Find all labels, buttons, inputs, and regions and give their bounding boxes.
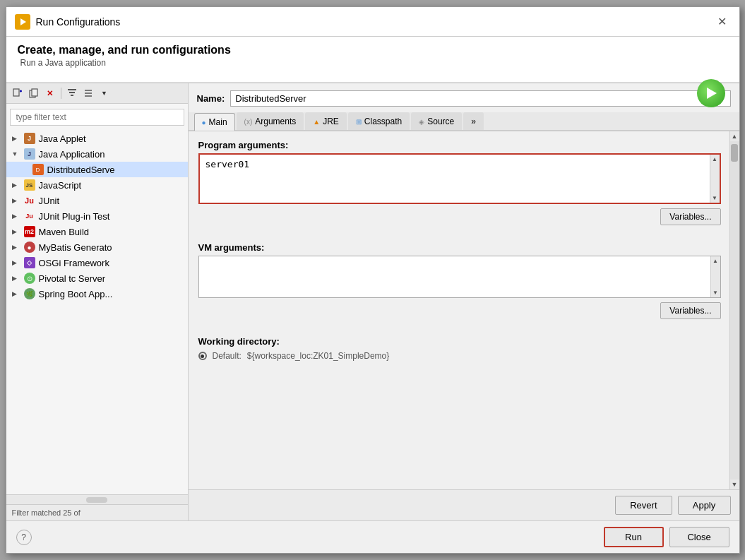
default-radio[interactable] [198, 352, 207, 360]
filter-count: Filter matched 25 of [12, 508, 81, 517]
vm-args-input[interactable] [199, 256, 720, 295]
footer-buttons: Run Close [604, 527, 729, 547]
tab-main-label: Main [209, 117, 227, 127]
expand-arrow: ▶ [12, 244, 20, 251]
program-args-input[interactable] [200, 155, 720, 201]
mybatis-icon: ● [24, 242, 35, 253]
tree-item-spring[interactable]: ▶ 🌿 Spring Boot App... [6, 286, 188, 302]
java-applet-icon: J [24, 133, 35, 144]
tree-item-osgi[interactable]: ▶ ◇ OSGi Framework [6, 255, 188, 270]
run-button[interactable]: Run [604, 527, 664, 547]
vscroll-up[interactable]: ▲ [730, 131, 739, 141]
main-tab-icon: ● [202, 119, 206, 126]
spring-icon: 🌿 [24, 288, 35, 299]
default-label: Default: [213, 351, 242, 361]
tab-jre-label: JRE [323, 117, 339, 126]
junit-icon: Ju [24, 195, 35, 206]
dialog-icon [15, 14, 30, 30]
tab-source[interactable]: ◈ Source [411, 112, 462, 130]
filter-button[interactable] [65, 86, 79, 100]
title-bar-left: Run Configurations [15, 14, 121, 30]
prog-scrollbar: ▲ ▼ [710, 155, 720, 203]
filter-wrapper [6, 104, 188, 131]
scroll-down-arrow: ▼ [712, 195, 717, 201]
tab-jre[interactable]: ▲ JRE [305, 112, 347, 130]
new-config-button[interactable] [11, 86, 25, 100]
tree-item-label: JavaScript [39, 180, 82, 191]
tab-more-label: » [471, 117, 476, 126]
program-args-label: Program arguments: [198, 140, 721, 150]
osgi-icon: ◇ [24, 257, 35, 268]
tab-classpath[interactable]: ⊞ Classpath [348, 112, 410, 130]
name-input[interactable] [230, 90, 730, 107]
sidebar-footer: Filter matched 25 of [6, 504, 188, 520]
vscroll-down[interactable]: ▼ [730, 479, 739, 489]
collapse-all-button[interactable] [81, 86, 95, 100]
header-subtitle: Run a Java application [20, 58, 728, 68]
svg-rect-7 [68, 89, 76, 90]
copy-config-button[interactable] [27, 86, 41, 100]
expand-arrow: ▶ [12, 213, 20, 220]
tab-more[interactable]: » [463, 112, 484, 130]
action-bar: Revert Apply [189, 489, 739, 520]
apply-button[interactable]: Apply [678, 496, 731, 515]
tab-arguments[interactable]: (x) Arguments [237, 112, 304, 130]
dialog-title: Run Configurations [36, 16, 121, 28]
tree-item-label: Spring Boot App... [39, 289, 113, 299]
tree-item-label: Pivotal tc Server [39, 273, 106, 284]
header-section: Create, manage, and run configurations R… [6, 37, 739, 83]
close-button[interactable]: ✕ [713, 15, 731, 29]
sidebar-toolbar: ✕ ▼ [6, 83, 188, 104]
scroll-thumb [86, 497, 107, 503]
tree-item-pivotal[interactable]: ▶ ⊙ Pivotal tc Server [6, 270, 188, 286]
tree-item-label: DistributedServe [47, 165, 115, 175]
tree-item-mybatis[interactable]: ▶ ● MyBatis Generato [6, 239, 188, 255]
source-tab-icon: ◈ [419, 118, 424, 126]
name-row: Name: [189, 83, 739, 112]
tree-item-distributed-server[interactable]: D DistributedServe [6, 162, 188, 177]
filter-input[interactable] [10, 109, 184, 126]
content-area: Name: ● Main (x) Arguments ▲ JRE [189, 83, 739, 520]
variables1-wrapper: Variables... [198, 208, 721, 234]
java-app-icon: J [24, 148, 35, 160]
tree-item-junit-plugin[interactable]: ▶ Ju JUnit Plug-in Test [6, 208, 188, 224]
expand-arrow: ▶ [12, 275, 20, 282]
more-options-button[interactable]: ▼ [97, 86, 112, 100]
maven-icon: m2 [24, 226, 35, 237]
expand-arrow: ▼ [12, 150, 20, 157]
tree-item-label: Java Application [39, 149, 105, 160]
tab-main[interactable]: ● Main [194, 113, 235, 131]
expand-arrow: ▶ [12, 135, 20, 142]
main-area: ✕ ▼ ▶ J Java Applet [6, 83, 739, 520]
scroll-down-arrow: ▼ [713, 290, 718, 296]
svg-rect-2 [13, 89, 19, 96]
tree-item-label: Java Applet [39, 133, 86, 144]
tabs-bar: ● Main (x) Arguments ▲ JRE ⊞ Classpath [189, 112, 739, 131]
tree-item-java-applet[interactable]: ▶ J Java Applet [6, 131, 188, 146]
tree-area: ▶ J Java Applet ▼ J Java Application D D… [6, 131, 188, 494]
tree-item-label: MyBatis Generato [39, 242, 112, 253]
delete-config-button[interactable]: ✕ [43, 86, 57, 100]
tree-item-label: Maven Build [39, 227, 90, 237]
dialog-close-button[interactable]: Close [669, 527, 729, 547]
dialog-footer: ? Run Close [6, 520, 739, 553]
tree-item-java-application[interactable]: ▼ J Java Application [6, 146, 188, 162]
tab-arguments-label: Arguments [255, 117, 296, 126]
tab-classpath-label: Classpath [364, 117, 402, 126]
help-button[interactable]: ? [16, 530, 32, 545]
tree-item-maven[interactable]: ▶ m2 Maven Build [6, 224, 188, 239]
variables2-wrapper: Variables... [198, 302, 721, 328]
header-title: Create, manage, and run configurations [18, 44, 728, 56]
variables-btn-2[interactable]: Variables... [660, 302, 720, 319]
default-value: ${workspace_loc:ZK01_SimpleDemo} [247, 351, 389, 361]
svg-rect-9 [71, 95, 73, 96]
tree-item-javascript[interactable]: ▶ JS JavaScript [6, 177, 188, 193]
revert-button[interactable]: Revert [615, 496, 672, 515]
js-icon: JS [24, 179, 35, 191]
tree-item-junit[interactable]: ▶ Ju JUnit [6, 193, 188, 208]
variables-btn-1[interactable]: Variables... [660, 208, 720, 225]
tab-source-label: Source [427, 117, 454, 126]
toolbar-sep1 [61, 88, 61, 99]
expand-arrow: ▶ [12, 290, 20, 297]
run-configurations-dialog: Run Configurations ✕ Create, manage, and… [6, 6, 740, 554]
